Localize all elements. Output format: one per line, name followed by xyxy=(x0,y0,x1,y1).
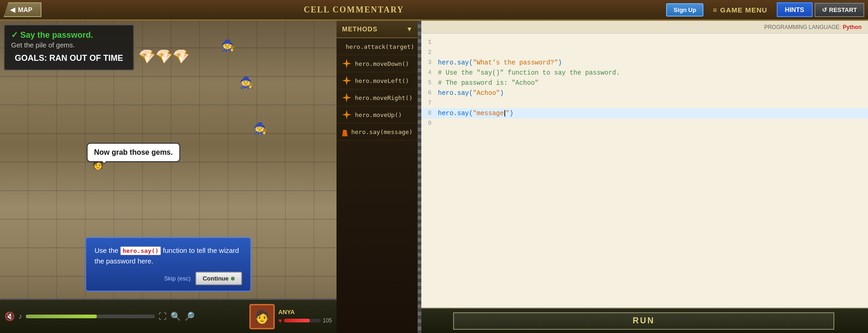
run-button[interactable]: RUN xyxy=(453,312,834,330)
audio-progress-fill xyxy=(26,315,97,318)
line-num-7: 7 xyxy=(419,98,438,108)
line-num-3: 3 xyxy=(419,58,438,68)
line-num-5: 5 xyxy=(419,78,438,88)
line-content-5: # The password is: "Achoo" xyxy=(438,78,868,88)
prog-lang-bar: PROGRAMMING LANGUAGE: Python xyxy=(419,21,868,34)
tutorial-text: Use the hero.say() function to tell the … xyxy=(94,245,242,266)
map-label: MAP xyxy=(18,6,32,13)
code-line-7: 7 xyxy=(419,98,868,108)
wizard-character: 🧙 xyxy=(221,39,235,52)
map-arrow-icon: ◀ xyxy=(10,6,15,13)
method-item-movedown[interactable]: hero.moveDown() xyxy=(337,55,418,72)
audio-progress-bar[interactable] xyxy=(26,315,155,318)
code-line-8: 8 hero.say("message") xyxy=(419,108,868,118)
line-content-9 xyxy=(438,118,868,129)
health-value: 105 xyxy=(323,317,332,324)
line-content-7 xyxy=(438,98,868,108)
continue-button[interactable]: Continue xyxy=(195,272,242,285)
goals-status: GOALS: RAN OUT OF TIME xyxy=(11,52,127,65)
restart-label: RESTART xyxy=(829,6,857,13)
code-line-9: 9 xyxy=(419,118,868,129)
method-item-moveright[interactable]: hero.moveRight() xyxy=(337,89,418,106)
method-item-attack[interactable]: hero.attack(target) xyxy=(337,38,418,55)
avatar-name: ANYA xyxy=(278,309,332,315)
bag-icon xyxy=(342,127,348,136)
skip-button[interactable]: Skip (esc) xyxy=(164,275,191,282)
method-label-moveleft: hero.moveLeft() xyxy=(355,77,409,84)
cell-commentary-title: CELL COMMENTARY xyxy=(41,5,666,15)
avatar-health: ♥ 105 xyxy=(278,317,332,324)
arrow-icon-moveleft xyxy=(342,76,351,85)
arrow-icon-moveup xyxy=(342,110,351,119)
method-item-moveup[interactable]: hero.moveUp() xyxy=(337,106,418,123)
code-line-3: 3 hero.say("What's the password?") xyxy=(419,58,868,68)
code-line-5: 5 # The password is: "Achoo" xyxy=(419,78,868,88)
avatar-area: 🧑 ANYA ♥ 105 xyxy=(249,304,332,329)
code-line-2: 2 xyxy=(419,47,868,58)
line-num-9: 9 xyxy=(419,118,438,129)
line-num-6: 6 xyxy=(419,88,438,98)
tutorial-pre: Use the xyxy=(94,246,120,254)
menu-lines-icon: ≡ xyxy=(713,6,717,14)
line-content-1 xyxy=(438,37,868,47)
code-line-4: 4 # Use the "say()" function to say the … xyxy=(419,68,868,78)
expand-button[interactable]: ⛶ xyxy=(159,312,167,321)
game-menu-button[interactable]: ≡ GAME MENU xyxy=(707,3,773,17)
line-content-4: # Use the "say()" function to say the pa… xyxy=(438,68,868,78)
code-editor[interactable]: 1 2 3 hero.say("What's the password?") 4… xyxy=(419,34,868,308)
method-label-movedown: hero.moveDown() xyxy=(355,60,409,67)
methods-header: METHODS ▼ xyxy=(337,21,418,38)
goals-line2: Get the pile of gems. xyxy=(11,41,127,49)
chain-divider xyxy=(418,21,421,333)
zoom-out-button[interactable]: 🔎 xyxy=(184,311,195,321)
gem-pile: 💎💎💎 xyxy=(138,48,189,64)
line-num-1: 1 xyxy=(419,37,438,47)
methods-dropdown-icon[interactable]: ▼ xyxy=(406,25,413,33)
game-menu-label: GAME MENU xyxy=(720,6,767,14)
signup-button[interactable]: Sign Up xyxy=(666,3,703,17)
arrow-icon-movedown xyxy=(342,59,351,68)
refresh-icon: ↺ xyxy=(822,6,827,13)
zoom-in-button[interactable]: 🔍 xyxy=(171,311,181,321)
goals-line1: ✓ Say the password. xyxy=(11,30,127,40)
method-label-moveup: hero.moveUp() xyxy=(355,111,402,118)
continue-dot-icon xyxy=(231,277,235,280)
line-content-6: hero.say("Achoo") xyxy=(438,88,868,98)
speech-bubble: Now grab those gems. xyxy=(87,143,180,162)
method-label-attack: hero.attack(target) xyxy=(346,43,414,50)
avatar: 🧑 xyxy=(249,304,275,329)
game-bottom-bar: 🔇 ♪ ⛶ 🔍 🔎 🧑 ANYA ♥ 105 xyxy=(0,298,337,333)
prog-lang-value: Python xyxy=(843,24,862,30)
line-content-2 xyxy=(438,47,868,58)
restart-button[interactable]: ↺ RESTART xyxy=(815,3,864,17)
goals-panel: ✓ Say the password. Get the pile of gems… xyxy=(4,24,134,70)
wizard2-character: 🧙 xyxy=(240,76,254,89)
line-num-8: 8 xyxy=(419,108,438,118)
map-button[interactable]: ◀ MAP xyxy=(4,2,41,17)
hero-say-highlight: hero.say() xyxy=(120,246,161,255)
method-item-say[interactable]: hero.say(message) xyxy=(337,123,418,140)
volume-button[interactable]: 🔇 xyxy=(5,311,15,321)
code-line-6: 6 hero.say("Achoo") xyxy=(419,88,868,98)
hints-button[interactable]: HINTS xyxy=(777,2,813,17)
code-editor-area: PROGRAMMING LANGUAGE: Python 1 2 3 hero.… xyxy=(419,21,868,333)
line-content-8: hero.say("message") xyxy=(438,108,868,118)
code-line-1: 1 xyxy=(419,37,868,47)
top-bar: ◀ MAP CELL COMMENTARY Sign Up ≡ GAME MEN… xyxy=(0,0,868,21)
health-heart-icon: ♥ xyxy=(278,317,282,324)
wizard3-character: 🧙 xyxy=(254,122,267,135)
speech-bubble-text: Now grab those gems. xyxy=(94,148,173,156)
tutorial-dialog: Use the hero.say() function to tell the … xyxy=(85,237,251,292)
method-label-moveright: hero.moveRight() xyxy=(355,94,413,101)
music-button[interactable]: ♪ xyxy=(18,312,22,321)
continue-label: Continue xyxy=(203,275,229,282)
method-item-moveleft[interactable]: hero.moveLeft() xyxy=(337,72,418,89)
run-button-area: RUN xyxy=(419,308,868,333)
prog-lang-label: PROGRAMMING LANGUAGE: xyxy=(764,24,841,30)
methods-panel: METHODS ▼ hero.attack(target) hero.moveD… xyxy=(337,21,419,333)
health-bar xyxy=(284,319,321,322)
method-label-say: hero.say(message) xyxy=(351,129,413,135)
line-num-4: 4 xyxy=(419,68,438,78)
line-content-3: hero.say("What's the password?") xyxy=(438,58,868,68)
health-bar-fill xyxy=(284,319,310,322)
